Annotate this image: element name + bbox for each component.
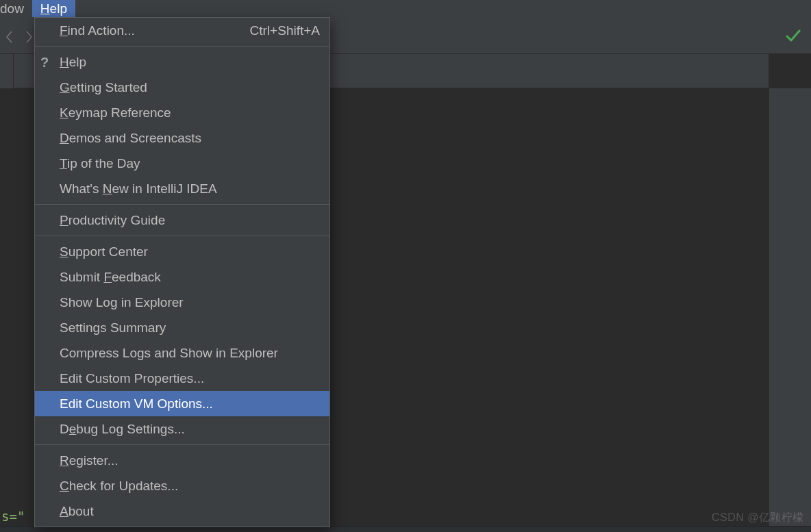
menu-item-show-log-in-explorer[interactable]: Show Log in Explorer — [35, 290, 329, 315]
menu-item-label: What's New in IntelliJ IDEA — [60, 181, 217, 197]
menu-item-label: Check for Updates... — [60, 479, 178, 494]
nav-back-button[interactable] — [0, 23, 19, 51]
menubar-item-window[interactable]: dow — [0, 0, 32, 17]
menu-item-label: Getting Started — [60, 80, 147, 95]
menu-item-keymap-reference[interactable]: Keymap Reference — [35, 100, 329, 125]
menubar-item-help[interactable]: Help — [32, 0, 75, 17]
menu-item-label: Demos and Screencasts — [60, 131, 201, 146]
menu-item-label: Debug Log Settings... — [60, 422, 185, 437]
menubar-prev-label: dow — [0, 1, 24, 16]
menubar-help-label: Help — [40, 1, 67, 16]
menu-item-register[interactable]: Register... — [35, 448, 329, 473]
menu-item-submit-feedback[interactable]: Submit Feedback — [35, 264, 329, 290]
menubar: dow Help — [0, 0, 811, 17]
menu-item-label: Help — [60, 55, 86, 70]
menu-item-label: Tip of the Day — [60, 156, 140, 171]
help-menu-dropdown: Find Action...Ctrl+Shift+A?HelpGetting S… — [34, 17, 330, 527]
menu-item-getting-started[interactable]: Getting Started — [35, 75, 329, 100]
menu-item-label: Settings Summary — [60, 320, 166, 335]
menu-item-label: Register... — [60, 453, 118, 468]
menu-item-label: Show Log in Explorer — [60, 295, 184, 310]
menu-separator — [35, 444, 329, 445]
menu-item-edit-custom-properties[interactable]: Edit Custom Properties... — [35, 366, 329, 391]
menu-item-compress-logs-and-show-in-explorer[interactable]: Compress Logs and Show in Explorer — [35, 340, 329, 366]
menu-item-label: Compress Logs and Show in Explorer — [60, 346, 278, 361]
right-panel — [769, 88, 811, 532]
menu-item-settings-summary[interactable]: Settings Summary — [35, 315, 329, 340]
menu-item-debug-log-settings[interactable]: Debug Log Settings... — [35, 416, 329, 442]
menu-separator — [35, 236, 329, 236]
menu-separator — [35, 46, 329, 47]
menu-item-shortcut: Ctrl+Shift+A — [250, 23, 320, 38]
menu-item-label: About — [60, 504, 94, 519]
menu-item-about[interactable]: About — [35, 498, 329, 524]
menu-item-find-action[interactable]: Find Action...Ctrl+Shift+A — [35, 18, 329, 43]
menu-item-check-for-updates[interactable]: Check for Updates... — [35, 473, 329, 498]
menu-item-help[interactable]: ?Help — [35, 49, 329, 75]
build-status-icon[interactable] — [785, 27, 801, 44]
menu-item-label: Find Action... — [60, 23, 135, 38]
question-icon: ? — [40, 54, 49, 70]
menu-item-label: Edit Custom Properties... — [60, 371, 204, 386]
menu-item-support-center[interactable]: Support Center — [35, 239, 329, 264]
menu-item-productivity-guide[interactable]: Productivity Guide — [35, 207, 329, 233]
menu-item-tip-of-the-day[interactable]: Tip of the Day — [35, 151, 329, 176]
menu-separator — [35, 204, 329, 205]
gutter — [0, 54, 14, 88]
menu-item-label: Productivity Guide — [60, 213, 165, 228]
menu-item-label: Keymap Reference — [60, 105, 171, 121]
menu-item-label: Edit Custom VM Options... — [60, 396, 213, 411]
menu-item-edit-custom-vm-options[interactable]: Edit Custom VM Options... — [35, 391, 329, 416]
menu-item-label: Submit Feedback — [60, 270, 161, 285]
menu-item-what-s-new-in-intellij-idea[interactable]: What's New in IntelliJ IDEA — [35, 176, 329, 201]
menu-item-demos-and-screencasts[interactable]: Demos and Screencasts — [35, 125, 329, 151]
menu-item-label: Support Center — [60, 244, 148, 259]
